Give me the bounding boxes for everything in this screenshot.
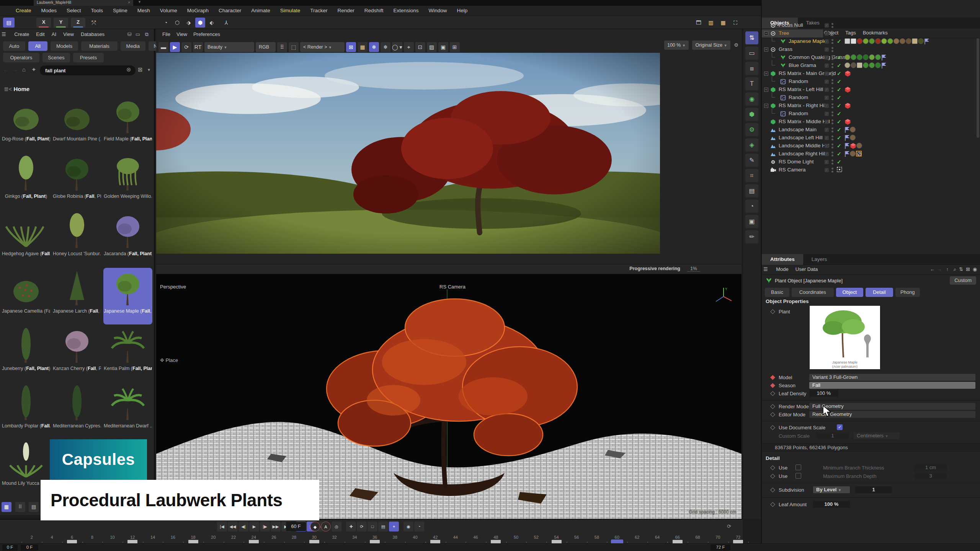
- motion-system-button[interactable]: ◉: [403, 522, 413, 531]
- enabled-check-icon[interactable]: ✓: [837, 78, 841, 85]
- attr-tab-phong[interactable]: Phong: [895, 288, 920, 297]
- camera-tool-icon[interactable]: ▣: [745, 215, 758, 228]
- collapse-toggle[interactable]: −: [764, 104, 768, 108]
- add-image-icon[interactable]: ⊞: [450, 42, 460, 52]
- use-min-branch-checkbox[interactable]: [795, 465, 801, 470]
- material-chip[interactable]: [875, 38, 881, 44]
- prev-frame-button[interactable]: ◀|: [238, 522, 248, 531]
- asset-item-field-maple[interactable]: Field Maple (Fall, Plant): [103, 96, 152, 152]
- redshift-tag-icon[interactable]: [850, 143, 856, 148]
- visibility-dots[interactable]: [831, 160, 833, 166]
- menu-extensions[interactable]: Extensions: [388, 6, 423, 13]
- menu-create[interactable]: Create: [11, 6, 36, 13]
- asset-item-globe-robinia[interactable]: Globe Robinia (Fall, Pl...: [52, 153, 101, 210]
- material-chip[interactable]: [857, 62, 862, 68]
- filter-tab-operators[interactable]: Operators: [3, 53, 39, 62]
- asset-item-mediterranean-dwarf[interactable]: Mediterranean Dwarf ...: [103, 383, 152, 439]
- menu-mograph[interactable]: MoGraph: [182, 6, 214, 13]
- filter-tab-media[interactable]: Media: [121, 41, 145, 51]
- cube-tool-icon[interactable]: ⬢: [745, 108, 758, 121]
- up-arrow-icon[interactable]: ↑: [946, 266, 949, 272]
- viewport-label[interactable]: Perspective: [160, 284, 186, 290]
- render-menu-view[interactable]: View: [173, 31, 190, 37]
- material-chip[interactable]: [900, 38, 905, 44]
- visibility-dots[interactable]: [831, 111, 833, 117]
- custom-scale-unit-dropdown[interactable]: Centimeters ▼: [854, 432, 900, 439]
- keyframe-selection-button[interactable]: ◎: [332, 522, 341, 531]
- clapboard-icon[interactable]: ▬: [158, 42, 168, 52]
- asset-menu-view[interactable]: View: [60, 30, 77, 37]
- material-chip[interactable]: [912, 38, 918, 44]
- frame-tool-icon[interactable]: ▭: [745, 47, 758, 60]
- object-row-random[interactable]: Random∕✓: [762, 94, 980, 102]
- leaf-density-diamond-icon[interactable]: [770, 391, 775, 396]
- menu-spline[interactable]: Spline: [108, 6, 132, 13]
- menu-redshift[interactable]: Redshift: [359, 6, 389, 13]
- layer-chip[interactable]: ∕: [825, 64, 829, 68]
- render-menu-file[interactable]: File: [159, 31, 173, 37]
- subdivision-diamond-icon[interactable]: [770, 487, 775, 492]
- material-chip[interactable]: [875, 62, 881, 68]
- filter-tab-auto[interactable]: Auto: [3, 41, 25, 51]
- leaf-amount-diamond-icon[interactable]: [770, 502, 775, 507]
- filter-tab-presets[interactable]: Presets: [73, 53, 104, 62]
- layer-chip[interactable]: ∕: [825, 168, 829, 172]
- material-chip[interactable]: [844, 38, 850, 44]
- timeline-marker[interactable]: [491, 540, 501, 543]
- list-view-icon[interactable]: ▤: [29, 502, 39, 512]
- object-row-landscape-left-hill[interactable]: Landscape Left Hill∕✓: [762, 134, 980, 142]
- autokey-toggle[interactable]: A: [321, 522, 331, 531]
- material-chip[interactable]: [857, 54, 862, 60]
- range-end-field[interactable]: 72 F: [710, 544, 730, 551]
- refresh-timeline-icon[interactable]: ⟳: [727, 523, 731, 529]
- layer-chip[interactable]: ∕: [825, 128, 829, 132]
- layer-chip[interactable]: ∕: [825, 152, 829, 156]
- object-row-random[interactable]: Random∕✓: [762, 110, 980, 118]
- object-row-rs-matrix-main-ground[interactable]: −RS Matrix - Main Ground∕✓: [762, 70, 980, 78]
- attr-tab-object[interactable]: Object: [836, 288, 864, 297]
- season-dropdown[interactable]: Fall: [809, 382, 975, 389]
- material-chip[interactable]: [851, 54, 856, 60]
- coordinate-system-icon[interactable]: ⤱: [89, 18, 99, 28]
- layer-chip[interactable]: ∕: [825, 88, 829, 92]
- object-row-common-quaking-grass[interactable]: Common Quaking Grass∕✓: [762, 54, 980, 62]
- x-axis-button[interactable]: X: [36, 18, 51, 28]
- object-row-rs-camera[interactable]: RS Camera∕: [762, 166, 980, 174]
- material-chip[interactable]: [869, 38, 875, 44]
- interactive-render-icon[interactable]: ▦: [718, 18, 728, 28]
- object-row-grass[interactable]: −Grass∕: [762, 46, 980, 54]
- asset-menu-edit[interactable]: Edit: [33, 30, 48, 37]
- subdivision-field[interactable]: 1: [855, 486, 892, 493]
- annotation-flag-icon[interactable]: [844, 151, 850, 156]
- motion-clip-button[interactable]: ◔: [414, 522, 424, 531]
- object-row-landscape-right-hill[interactable]: Landscape Right Hill∕✓: [762, 150, 980, 158]
- material-chip[interactable]: [893, 38, 899, 44]
- min-branch-field[interactable]: 1 cm: [914, 464, 947, 471]
- layer-chip[interactable]: ∕: [825, 160, 829, 164]
- workplane-icon[interactable]: ⅄: [221, 18, 231, 28]
- panel-view-icon[interactable]: ▭: [136, 31, 140, 37]
- play-icon[interactable]: ▶: [170, 42, 180, 52]
- material-chip[interactable]: [875, 54, 881, 60]
- asset-item-golden-weeping-willo[interactable]: Golden Weeping Willo...: [103, 153, 152, 210]
- visibility-dots[interactable]: [831, 119, 833, 126]
- favorites-star-icon[interactable]: ✦: [31, 66, 36, 73]
- back-arrow-icon[interactable]: ←: [930, 266, 935, 272]
- collapse-toggle[interactable]: −: [764, 47, 768, 52]
- use-min-diamond-icon[interactable]: [770, 465, 775, 470]
- enabled-check-icon[interactable]: ✓: [837, 111, 841, 117]
- layer-chip[interactable]: ∕: [825, 104, 829, 108]
- object-mode-icon[interactable]: ⬢: [195, 18, 205, 28]
- visibility-dots[interactable]: [831, 55, 833, 61]
- enabled-check-icon[interactable]: ✓: [837, 119, 841, 125]
- visibility-dots[interactable]: [831, 63, 833, 69]
- filter-tab-scenes[interactable]: Scenes: [42, 53, 70, 62]
- lock-icon[interactable]: ⊠: [966, 266, 970, 272]
- object-row-rs-matrix-left-hill[interactable]: −RS Matrix - Left Hill∕✓: [762, 86, 980, 94]
- filter-tab-materials[interactable]: Materials: [81, 41, 118, 51]
- visibility-dots[interactable]: [831, 31, 833, 37]
- tab-attributes[interactable]: Attributes: [762, 254, 803, 265]
- redshift-tag-icon[interactable]: [844, 119, 851, 124]
- asset-menu-create[interactable]: Create: [11, 30, 33, 37]
- enabled-check-icon[interactable]: ✓: [837, 103, 841, 109]
